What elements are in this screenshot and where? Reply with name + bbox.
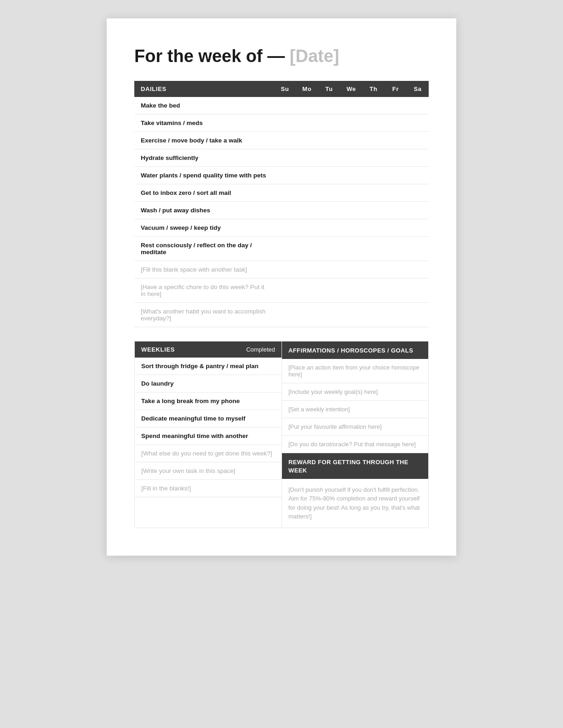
dailies-checkbox-6-2[interactable]	[318, 201, 340, 219]
dailies-checkbox-5-6[interactable]	[407, 184, 429, 201]
dailies-checkbox-2-3[interactable]	[340, 131, 362, 149]
dailies-checkbox-1-5[interactable]	[385, 114, 407, 131]
dailies-checkbox-9-3[interactable]	[340, 261, 362, 278]
dailies-checkbox-3-1[interactable]	[296, 149, 318, 166]
dailies-checkbox-7-0[interactable]	[274, 219, 296, 236]
dailies-checkbox-8-2[interactable]	[318, 236, 340, 261]
dailies-checkbox-8-4[interactable]	[362, 236, 385, 261]
dailies-checkbox-7-3[interactable]	[340, 219, 362, 236]
dailies-checkbox-5-0[interactable]	[274, 184, 296, 201]
dailies-checkbox-5-1[interactable]	[296, 184, 318, 201]
dailies-checkbox-1-1[interactable]	[296, 114, 318, 131]
weeklies-task-4: Spend meaningful time with another	[135, 427, 282, 445]
dailies-checkbox-3-5[interactable]	[385, 149, 407, 166]
dailies-checkbox-10-6[interactable]	[407, 278, 429, 302]
dailies-checkbox-7-4[interactable]	[362, 219, 385, 236]
dailies-checkbox-1-6[interactable]	[407, 114, 429, 131]
dailies-checkbox-3-6[interactable]	[407, 149, 429, 166]
dailies-checkbox-4-0[interactable]	[274, 166, 296, 184]
dailies-checkbox-8-6[interactable]	[407, 236, 429, 261]
dailies-checkbox-3-0[interactable]	[274, 149, 296, 166]
dailies-checkbox-10-3[interactable]	[340, 278, 362, 302]
dailies-task-10: [Have a specific chore to do this week? …	[134, 278, 274, 302]
weeklies-completed-label: Completed	[246, 346, 275, 353]
dailies-checkbox-2-4[interactable]	[362, 131, 385, 149]
dailies-checkbox-3-3[interactable]	[340, 149, 362, 166]
dailies-checkbox-0-5[interactable]	[385, 97, 407, 114]
dailies-checkbox-4-4[interactable]	[362, 166, 385, 184]
dailies-checkbox-5-3[interactable]	[340, 184, 362, 201]
affirmations-item-4: [Do you do tarot/oracle? Put that messag…	[282, 436, 428, 453]
dailies-task-9: [Fill this blank space with another task…	[134, 261, 274, 278]
dailies-checkbox-9-5[interactable]	[385, 261, 407, 278]
dailies-checkbox-7-5[interactable]	[385, 219, 407, 236]
dailies-task-7: Vacuum / sweep / keep tidy	[134, 219, 274, 236]
dailies-checkbox-6-1[interactable]	[296, 201, 318, 219]
dailies-checkbox-6-4[interactable]	[362, 201, 385, 219]
dailies-checkbox-1-3[interactable]	[340, 114, 362, 131]
dailies-checkbox-10-5[interactable]	[385, 278, 407, 302]
dailies-table: DAILIES Su Mo Tu We Th Fr Sa Make the be…	[134, 81, 429, 327]
day-we: We	[340, 81, 362, 97]
dailies-checkbox-3-4[interactable]	[362, 149, 385, 166]
dailies-checkbox-2-0[interactable]	[274, 131, 296, 149]
affirmations-item-1: [Include your weekly goal(s) here]	[282, 383, 428, 401]
dailies-checkbox-8-1[interactable]	[296, 236, 318, 261]
weeklies-task-0: Sort through fridge & pantry / meal plan	[135, 358, 282, 375]
dailies-checkbox-5-5[interactable]	[385, 184, 407, 201]
dailies-checkbox-10-2[interactable]	[318, 278, 340, 302]
dailies-checkbox-6-5[interactable]	[385, 201, 407, 219]
dailies-checkbox-9-0[interactable]	[274, 261, 296, 278]
dailies-checkbox-8-3[interactable]	[340, 236, 362, 261]
weeklies-section: WEEKLIES Completed Sort through fridge &…	[134, 341, 282, 528]
dailies-checkbox-4-6[interactable]	[407, 166, 429, 184]
dailies-checkbox-11-1[interactable]	[296, 302, 318, 327]
dailies-checkbox-6-6[interactable]	[407, 201, 429, 219]
dailies-checkbox-11-4[interactable]	[362, 302, 385, 327]
dailies-checkbox-8-0[interactable]	[274, 236, 296, 261]
dailies-checkbox-8-5[interactable]	[385, 236, 407, 261]
dailies-checkbox-10-4[interactable]	[362, 278, 385, 302]
dailies-checkbox-6-0[interactable]	[274, 201, 296, 219]
dailies-header: DAILIES	[134, 81, 274, 97]
dailies-checkbox-5-2[interactable]	[318, 184, 340, 201]
dailies-checkbox-0-2[interactable]	[318, 97, 340, 114]
dailies-checkbox-7-2[interactable]	[318, 219, 340, 236]
dailies-checkbox-9-1[interactable]	[296, 261, 318, 278]
dailies-checkbox-1-0[interactable]	[274, 114, 296, 131]
right-column: AFFIRMATIONS / HOROSCOPES / GOALS [Place…	[282, 341, 429, 528]
dailies-checkbox-2-5[interactable]	[385, 131, 407, 149]
dailies-checkbox-9-2[interactable]	[318, 261, 340, 278]
dailies-checkbox-11-6[interactable]	[407, 302, 429, 327]
dailies-checkbox-2-6[interactable]	[407, 131, 429, 149]
dailies-checkbox-10-0[interactable]	[274, 278, 296, 302]
dailies-checkbox-2-1[interactable]	[296, 131, 318, 149]
dailies-checkbox-9-4[interactable]	[362, 261, 385, 278]
dailies-checkbox-11-0[interactable]	[274, 302, 296, 327]
dailies-checkbox-9-6[interactable]	[407, 261, 429, 278]
dailies-checkbox-0-3[interactable]	[340, 97, 362, 114]
dailies-checkbox-0-4[interactable]	[362, 97, 385, 114]
dailies-checkbox-4-5[interactable]	[385, 166, 407, 184]
dailies-checkbox-1-4[interactable]	[362, 114, 385, 131]
table-row: [What's another habit you want to accomp…	[134, 302, 429, 327]
dailies-checkbox-10-1[interactable]	[296, 278, 318, 302]
dailies-checkbox-0-0[interactable]	[274, 97, 296, 114]
dailies-checkbox-0-1[interactable]	[296, 97, 318, 114]
dailies-checkbox-2-2[interactable]	[318, 131, 340, 149]
reward-header: REWARD FOR GETTING THROUGH THE WEEK	[282, 453, 428, 479]
dailies-checkbox-7-6[interactable]	[407, 219, 429, 236]
dailies-checkbox-5-4[interactable]	[362, 184, 385, 201]
dailies-checkbox-7-1[interactable]	[296, 219, 318, 236]
dailies-checkbox-11-5[interactable]	[385, 302, 407, 327]
affirmations-header: AFFIRMATIONS / HOROSCOPES / GOALS	[282, 341, 428, 359]
dailies-checkbox-4-2[interactable]	[318, 166, 340, 184]
dailies-checkbox-4-3[interactable]	[340, 166, 362, 184]
dailies-checkbox-6-3[interactable]	[340, 201, 362, 219]
dailies-checkbox-4-1[interactable]	[296, 166, 318, 184]
dailies-checkbox-11-2[interactable]	[318, 302, 340, 327]
dailies-checkbox-3-2[interactable]	[318, 149, 340, 166]
dailies-checkbox-0-6[interactable]	[407, 97, 429, 114]
dailies-checkbox-11-3[interactable]	[340, 302, 362, 327]
dailies-checkbox-1-2[interactable]	[318, 114, 340, 131]
